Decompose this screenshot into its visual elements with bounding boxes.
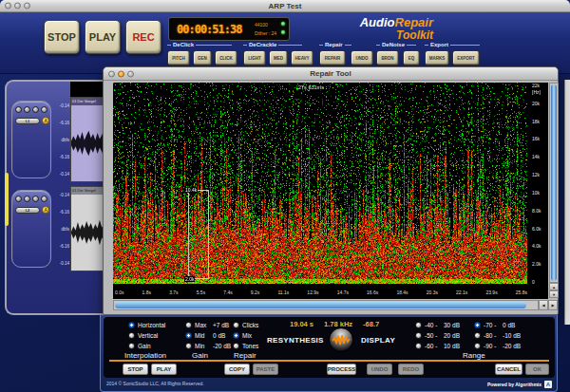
resynthesis-logo-button[interactable] [329,327,353,352]
gen-button[interactable]: GEN [193,50,212,65]
time-tick-label: 16.6s [367,289,378,295]
radio-range-50-20[interactable]: -50 - 20 dB [415,331,460,340]
spectrogram-selection[interactable]: 10.4k 2.0k [188,190,209,279]
repair-button[interactable]: REPAIR [319,50,346,65]
radio-icon [474,322,481,328]
radio-mix[interactable]: Mix [233,331,252,340]
radio-label: -90 - [484,343,500,349]
radio-gain-mid[interactable]: Mid 0 dB [185,331,225,340]
window-zoom-button[interactable] [24,3,30,9]
track1-header: I-1 A [11,101,51,178]
undo-toolbar-button[interactable]: UNDO [351,50,373,65]
track-button-icon[interactable] [24,106,30,113]
heavy-button[interactable]: HEAVY [291,50,314,65]
scroll-down-arrow-button[interactable]: ▼ [549,290,559,298]
time-axis: 0.0s1.8s3.7s5.5s7.4s9.2s11.1s12.9s14.7s1… [115,286,527,298]
scroll-left-arrow-button[interactable]: ◀ [539,300,548,310]
audiorepair-toolkit-logo: AudioRepair Toolkit [350,16,433,41]
radio-vertical[interactable]: Vertical [128,331,158,340]
status-readout: 19.04 s 1.78 kHz -68.7 [290,320,379,328]
radio-icon [233,332,239,339]
track-button-icon[interactable] [41,196,48,202]
track-button-icon[interactable] [24,196,30,202]
vertical-scrollbar[interactable] [549,83,559,283]
freq-tick-label: 6.0k [532,227,548,232]
freq-tick-label: 4.0k [532,244,548,249]
radio-range-40-30[interactable]: -40 - 30 dB [415,321,460,329]
export-button[interactable]: EXPORT [452,50,480,65]
led-icon [281,30,285,34]
cursor-readout: 27s 631ms [298,84,324,90]
track-button-icon[interactable] [32,106,39,113]
play-button[interactable]: PLAY [151,364,177,375]
pitch-button[interactable]: PITCH [167,50,190,65]
bron-button[interactable]: BRON [376,50,399,65]
radio-range-60-10[interactable]: -60 - 10 dB [415,342,460,350]
rec-transport-button[interactable]: REC [125,20,162,54]
copy-button[interactable]: COPY [224,364,250,375]
time-tick-label: 23.9s [485,289,497,295]
range-caption: Range [463,351,485,360]
window-minimize-button[interactable] [14,3,21,9]
eq-button[interactable]: EQ [403,50,420,65]
radio-horizontal[interactable]: Horizontal [128,321,165,329]
track-button-icon[interactable] [32,196,39,202]
radio-range-70-0[interactable]: -70 - 0 dB [474,321,515,329]
track2-auto-badge[interactable]: A [42,206,49,214]
scroll-right-arrow-button[interactable]: ▶ [548,300,558,310]
main-window-titlebar[interactable]: ARP Test [0,0,570,12]
track1-auto-badge[interactable]: A [42,117,49,124]
marks-button[interactable]: MARKS [425,50,449,65]
light-button[interactable]: LIGHT [243,50,266,65]
frequency-axis: 22k20k18k16k14k12k10k8.0k6.0k4.0k2.0k0 [529,84,548,285]
main-toolbar: STOP PLAY REC 00:00:51:38 44100 Dither :… [0,12,570,74]
time-tick-label: 14.7s [337,289,349,295]
track-button-icon[interactable] [41,106,48,113]
window-minimize-button[interactable] [118,70,124,77]
window-zoom-button[interactable] [127,70,134,77]
track-button-icon[interactable] [15,196,22,202]
radio-gain-max[interactable]: Max +7 dB [185,321,229,329]
track-button-icon[interactable] [15,106,22,113]
time-tick-label: 3.7s [169,289,178,295]
freq-tick-label: 0 [532,280,548,285]
time-tick-label: 20.3s [427,289,438,295]
radio-gain-interp[interactable]: Gain [128,342,151,350]
window-close-button[interactable] [108,70,115,77]
track2-fader[interactable]: I-2 [15,207,40,214]
radio-range-80-10[interactable]: -80 - -10 dB [474,331,521,340]
selection-bottom-label: 2.0k [184,276,195,282]
resynthesis-label: RESYNTHESIS [267,336,324,345]
radio-label: Tones [242,343,258,349]
radio-range-90-20[interactable]: -90 - -20 dB [474,342,521,350]
redo-button[interactable]: REDO [398,364,424,375]
radio-tones[interactable]: Tones [233,342,258,350]
daw-track-2: I-2 A -0.14-6.16dbfs-6.16-0.14 01 Die Vo… [8,186,108,273]
radio-icon [415,322,422,328]
radio-clicks[interactable]: Clicks [233,321,258,329]
track1-fader[interactable]: I-1 [15,118,40,124]
radio-gain-min[interactable]: Min -20 dB [185,342,231,350]
radio-icon [128,343,135,349]
process-button[interactable]: PROCESS [327,364,356,375]
repair-window-titlebar[interactable]: Repair Tool [104,67,558,81]
radio-value: +7 dB [213,322,229,328]
paste-button[interactable]: PASTE [253,364,278,375]
freq-tick-label: 18k [532,120,548,124]
freq-tick-label: 22k [532,84,548,88]
click-button[interactable]: CLICK [215,50,238,65]
window-close-button[interactable] [5,3,11,9]
stop-transport-button[interactable]: STOP [44,20,80,54]
undo-button[interactable]: UNDO [367,364,392,375]
scroll-up-arrow-button[interactable]: ▲ [549,283,559,290]
vertical-scroll-thumb[interactable] [551,84,557,281]
med-button[interactable]: MED [269,50,288,65]
ok-button[interactable]: OK [525,364,549,375]
horizontal-scroll-thumb[interactable] [115,302,526,308]
freq-tick-label: 2.0k [532,262,548,267]
stop-button[interactable]: STOP [123,364,148,375]
cancel-button[interactable]: CANCEL [495,364,522,375]
horizontal-scrollbar[interactable] [113,300,539,310]
spectrogram-canvas[interactable] [113,83,527,284]
play-transport-button[interactable]: PLAY [85,20,121,54]
